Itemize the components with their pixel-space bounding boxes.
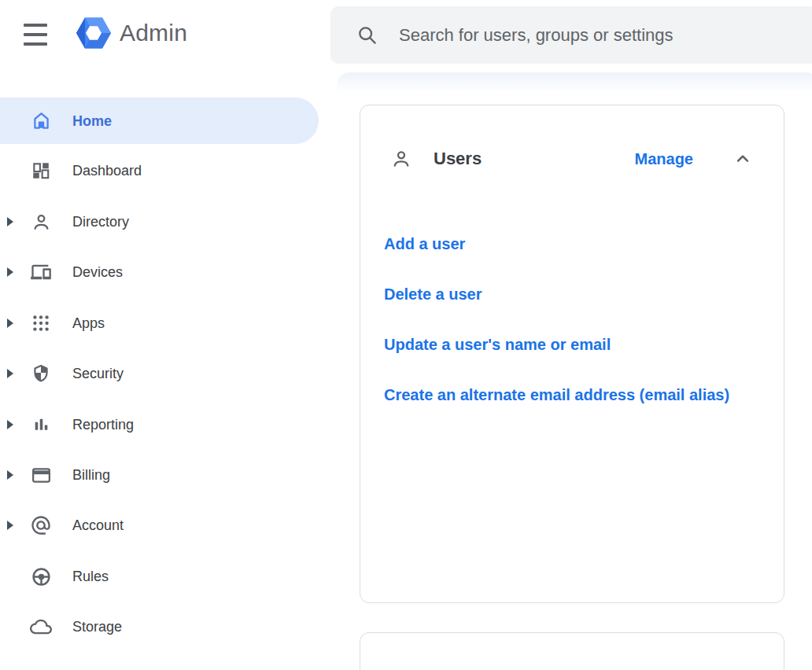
sidebar-item-storage[interactable]: Storage [0,603,319,650]
update-user-link[interactable]: Update a user's name or email [384,332,738,358]
add-user-link[interactable]: Add a user [384,231,738,257]
chevron-up-icon [733,149,753,169]
search-icon [356,24,378,46]
next-card-partial [360,632,784,670]
sidebar-item-apps[interactable]: Apps [0,300,319,347]
content-scroll-fade [337,72,812,93]
search-input[interactable] [399,25,803,46]
users-person-icon [390,148,412,170]
apps-grid-icon [30,312,52,334]
dashboard-icon [30,160,52,182]
search-bar[interactable] [330,6,812,64]
person-icon [30,211,52,233]
bar-chart-icon [30,414,52,436]
devices-icon [30,261,52,283]
expand-caret-icon[interactable] [7,369,13,378]
users-card: Users Manage Add a user Delete a user Up… [360,105,784,603]
home-icon [30,110,52,132]
sidebar-item-account[interactable]: Account [0,502,319,549]
sidebar-item-devices[interactable]: Devices [0,248,319,296]
sidebar: Home Dashboard Directory [0,0,330,670]
expand-caret-icon[interactable] [7,217,13,226]
sidebar-item-reporting[interactable]: Reporting [0,401,319,448]
create-alias-link[interactable]: Create an alternate email address (email… [384,382,738,408]
expand-caret-icon[interactable] [7,318,13,328]
delete-user-link[interactable]: Delete a user [384,282,738,307]
shield-icon [30,363,52,385]
expand-caret-icon[interactable] [7,420,13,429]
sidebar-item-directory[interactable]: Directory [0,198,319,245]
sidebar-item-billing[interactable]: Billing [0,451,319,499]
collapse-card-button[interactable] [733,149,753,169]
cloud-icon [30,616,52,638]
users-card-header: Users Manage [390,147,753,171]
sidebar-item-security[interactable]: Security [0,350,319,397]
sidebar-item-home[interactable]: Home [0,98,319,144]
steering-wheel-icon [30,565,52,587]
users-quick-links: Add a user Delete a user Update a user's… [384,231,738,433]
expand-caret-icon[interactable] [7,267,13,277]
sidebar-item-dashboard[interactable]: Dashboard [0,147,319,194]
sidebar-item-rules[interactable]: Rules [0,553,319,600]
at-sign-icon [30,514,52,536]
credit-card-icon [30,464,52,486]
users-card-title: Users [434,149,482,169]
expand-caret-icon[interactable] [7,521,13,530]
manage-users-link[interactable]: Manage [635,150,693,168]
expand-caret-icon[interactable] [7,470,13,480]
